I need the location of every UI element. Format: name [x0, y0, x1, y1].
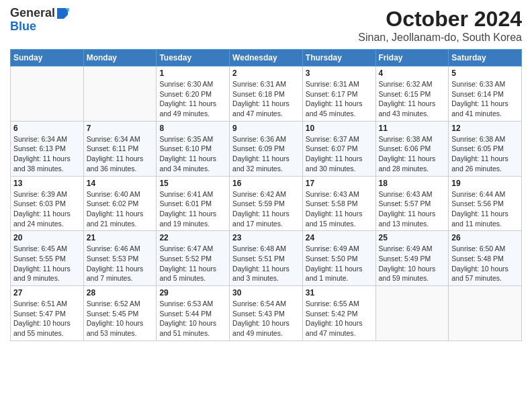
day-detail: Sunrise: 6:38 AMSunset: 6:05 PMDaylight:… — [451, 134, 519, 174]
calendar-header-friday: Friday — [375, 50, 449, 66]
day-number: 5 — [451, 68, 519, 78]
calendar-cell: 4Sunrise: 6:32 AMSunset: 6:15 PMDaylight… — [375, 66, 449, 122]
day-detail: Sunrise: 6:39 AMSunset: 6:03 PMDaylight:… — [13, 189, 81, 229]
calendar-cell: 19Sunrise: 6:44 AMSunset: 5:56 PMDayligh… — [449, 176, 522, 231]
day-number: 11 — [379, 124, 446, 133]
day-detail: Sunrise: 6:32 AMSunset: 6:15 PMDaylight:… — [379, 79, 446, 119]
day-detail: Sunrise: 6:30 AMSunset: 6:20 PMDaylight:… — [159, 79, 226, 119]
day-detail: Sunrise: 6:42 AMSunset: 5:59 PMDaylight:… — [232, 189, 300, 229]
day-detail: Sunrise: 6:37 AMSunset: 6:07 PMDaylight:… — [306, 134, 373, 174]
day-detail: Sunrise: 6:46 AMSunset: 5:53 PMDaylight:… — [87, 244, 154, 283]
day-number: 3 — [306, 68, 373, 78]
day-number: 23 — [232, 233, 300, 242]
calendar-cell: 30Sunrise: 6:54 AMSunset: 5:43 PMDayligh… — [230, 286, 303, 341]
calendar-cell — [449, 286, 522, 341]
calendar-cell: 8Sunrise: 6:35 AMSunset: 6:10 PMDaylight… — [157, 121, 230, 176]
day-detail: Sunrise: 6:48 AMSunset: 5:51 PMDaylight:… — [232, 244, 300, 283]
calendar-cell: 16Sunrise: 6:42 AMSunset: 5:59 PMDayligh… — [230, 176, 303, 231]
calendar-header-tuesday: Tuesday — [157, 50, 230, 66]
calendar-cell: 26Sunrise: 6:50 AMSunset: 5:48 PMDayligh… — [449, 231, 522, 286]
calendar-cell: 27Sunrise: 6:51 AMSunset: 5:47 PMDayligh… — [11, 286, 84, 341]
day-number: 30 — [232, 288, 300, 298]
calendar-cell: 22Sunrise: 6:47 AMSunset: 5:52 PMDayligh… — [157, 231, 230, 286]
day-number: 25 — [379, 233, 446, 242]
calendar-cell: 18Sunrise: 6:43 AMSunset: 5:57 PMDayligh… — [375, 176, 449, 231]
day-number: 14 — [87, 179, 154, 188]
logo: General Blue — [10, 7, 69, 34]
day-number: 20 — [13, 233, 81, 242]
calendar-cell: 23Sunrise: 6:48 AMSunset: 5:51 PMDayligh… — [230, 231, 303, 286]
day-detail: Sunrise: 6:36 AMSunset: 6:09 PMDaylight:… — [232, 134, 300, 174]
day-number: 31 — [306, 288, 373, 298]
calendar-header-sunday: Sunday — [11, 50, 84, 66]
calendar-cell: 21Sunrise: 6:46 AMSunset: 5:53 PMDayligh… — [83, 231, 157, 286]
calendar-cell: 13Sunrise: 6:39 AMSunset: 6:03 PMDayligh… — [11, 176, 84, 231]
calendar-header-wednesday: Wednesday — [230, 50, 303, 66]
calendar-cell: 3Sunrise: 6:31 AMSunset: 6:17 PMDaylight… — [302, 66, 375, 122]
day-number: 10 — [306, 124, 373, 133]
logo-blue: Blue — [10, 19, 36, 33]
day-detail: Sunrise: 6:43 AMSunset: 5:58 PMDaylight:… — [306, 189, 373, 229]
day-number: 24 — [306, 233, 373, 242]
day-number: 29 — [159, 288, 226, 298]
svg-marker-0 — [57, 8, 68, 19]
day-detail: Sunrise: 6:49 AMSunset: 5:49 PMDaylight:… — [379, 244, 446, 283]
calendar-header-thursday: Thursday — [302, 50, 375, 66]
page-title: October 2024 — [358, 7, 522, 32]
calendar-cell: 10Sunrise: 6:37 AMSunset: 6:07 PMDayligh… — [302, 121, 375, 176]
day-number: 17 — [306, 179, 373, 188]
calendar-cell: 28Sunrise: 6:52 AMSunset: 5:45 PMDayligh… — [83, 286, 157, 341]
day-detail: Sunrise: 6:51 AMSunset: 5:47 PMDaylight:… — [13, 299, 81, 338]
day-number: 22 — [159, 233, 226, 242]
day-detail: Sunrise: 6:41 AMSunset: 6:01 PMDaylight:… — [159, 189, 226, 229]
day-number: 8 — [159, 124, 226, 133]
calendar-cell: 25Sunrise: 6:49 AMSunset: 5:49 PMDayligh… — [375, 231, 449, 286]
day-detail: Sunrise: 6:49 AMSunset: 5:50 PMDaylight:… — [306, 244, 373, 283]
logo-general: General — [10, 6, 55, 19]
day-number: 15 — [159, 179, 226, 188]
day-detail: Sunrise: 6:34 AMSunset: 6:11 PMDaylight:… — [87, 134, 154, 174]
day-number: 2 — [232, 68, 300, 78]
day-detail: Sunrise: 6:47 AMSunset: 5:52 PMDaylight:… — [159, 244, 226, 283]
day-detail: Sunrise: 6:50 AMSunset: 5:48 PMDaylight:… — [451, 244, 519, 283]
calendar-week-row: 20Sunrise: 6:45 AMSunset: 5:55 PMDayligh… — [11, 231, 522, 286]
day-detail: Sunrise: 6:52 AMSunset: 5:45 PMDaylight:… — [87, 299, 154, 338]
day-number: 18 — [379, 179, 446, 188]
calendar-cell: 6Sunrise: 6:34 AMSunset: 6:13 PMDaylight… — [11, 121, 84, 176]
calendar-cell: 14Sunrise: 6:40 AMSunset: 6:02 PMDayligh… — [83, 176, 157, 231]
day-detail: Sunrise: 6:31 AMSunset: 6:17 PMDaylight:… — [306, 79, 373, 119]
day-number: 6 — [13, 124, 81, 133]
day-number: 12 — [451, 124, 519, 133]
day-number: 4 — [379, 68, 446, 78]
day-detail: Sunrise: 6:34 AMSunset: 6:13 PMDaylight:… — [13, 134, 81, 174]
calendar-cell — [11, 66, 84, 122]
day-detail: Sunrise: 6:31 AMSunset: 6:18 PMDaylight:… — [232, 79, 300, 119]
day-detail: Sunrise: 6:44 AMSunset: 5:56 PMDaylight:… — [451, 189, 519, 229]
page-header: General Blue October 2024 Sinan, Jeollan… — [10, 7, 522, 44]
day-detail: Sunrise: 6:55 AMSunset: 5:42 PMDaylight:… — [306, 299, 373, 338]
calendar-week-row: 1Sunrise: 6:30 AMSunset: 6:20 PMDaylight… — [11, 66, 522, 122]
calendar-cell: 5Sunrise: 6:33 AMSunset: 6:14 PMDaylight… — [449, 66, 522, 122]
day-detail: Sunrise: 6:33 AMSunset: 6:14 PMDaylight:… — [451, 79, 519, 119]
calendar-cell: 11Sunrise: 6:38 AMSunset: 6:06 PMDayligh… — [375, 121, 449, 176]
calendar-header-row: SundayMondayTuesdayWednesdayThursdayFrid… — [11, 50, 522, 66]
day-number: 21 — [87, 233, 154, 242]
calendar-cell: 12Sunrise: 6:38 AMSunset: 6:05 PMDayligh… — [449, 121, 522, 176]
calendar-table: SundayMondayTuesdayWednesdayThursdayFrid… — [10, 49, 522, 341]
calendar-cell: 31Sunrise: 6:55 AMSunset: 5:42 PMDayligh… — [302, 286, 375, 341]
day-detail: Sunrise: 6:53 AMSunset: 5:44 PMDaylight:… — [159, 299, 226, 338]
calendar-cell: 7Sunrise: 6:34 AMSunset: 6:11 PMDaylight… — [83, 121, 157, 176]
day-detail: Sunrise: 6:38 AMSunset: 6:06 PMDaylight:… — [379, 134, 446, 174]
day-detail: Sunrise: 6:54 AMSunset: 5:43 PMDaylight:… — [232, 299, 300, 338]
day-number: 27 — [13, 288, 81, 298]
calendar-week-row: 27Sunrise: 6:51 AMSunset: 5:47 PMDayligh… — [11, 286, 522, 341]
calendar-cell: 24Sunrise: 6:49 AMSunset: 5:50 PMDayligh… — [302, 231, 375, 286]
day-number: 7 — [87, 124, 154, 133]
day-number: 16 — [232, 179, 300, 188]
title-block: October 2024 Sinan, Jeollanam-do, South … — [358, 7, 522, 44]
calendar-cell: 15Sunrise: 6:41 AMSunset: 6:01 PMDayligh… — [157, 176, 230, 231]
calendar-week-row: 13Sunrise: 6:39 AMSunset: 6:03 PMDayligh… — [11, 176, 522, 231]
day-number: 28 — [87, 288, 154, 298]
day-detail: Sunrise: 6:40 AMSunset: 6:02 PMDaylight:… — [87, 189, 154, 229]
day-detail: Sunrise: 6:35 AMSunset: 6:10 PMDaylight:… — [159, 134, 226, 174]
